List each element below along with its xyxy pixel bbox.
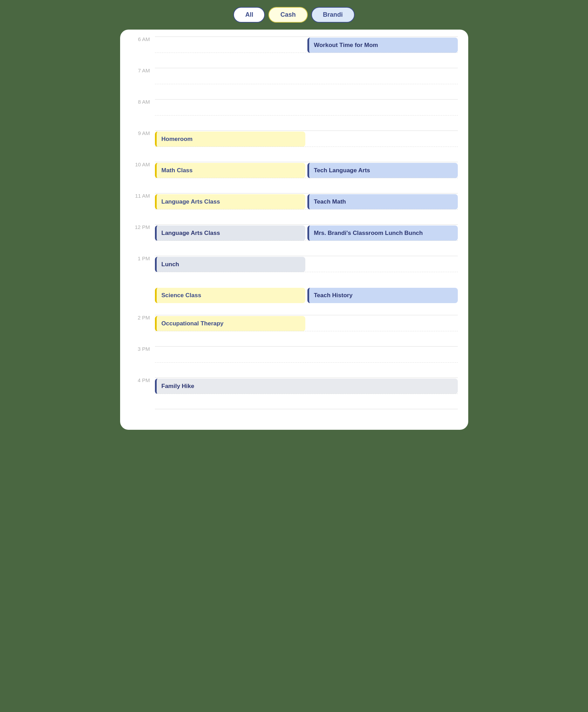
half-line bbox=[155, 147, 458, 147]
time-row-science: Science Class Teach History bbox=[131, 287, 458, 315]
time-row-12pm: 12 PM Language Arts Class Mrs. Brandi's … bbox=[131, 224, 458, 256]
time-label-9am: 9 AM bbox=[131, 130, 155, 136]
time-row-10am: 10 AM Math Class Tech Language Arts bbox=[131, 162, 458, 193]
time-row-9am: 9 AM Homeroom bbox=[131, 130, 458, 162]
event-science-class[interactable]: Science Class bbox=[155, 288, 305, 303]
time-content-8am bbox=[155, 99, 458, 100]
events-row-science: Science Class Teach History bbox=[155, 287, 458, 303]
filter-bar: All Cash Brandi bbox=[233, 7, 354, 23]
half-line bbox=[155, 209, 458, 209]
filter-brandi[interactable]: Brandi bbox=[311, 7, 355, 23]
col-right-12pm: Mrs. Brandi's Classroom Lunch Bunch bbox=[307, 226, 458, 241]
events-row-1pm: Lunch bbox=[155, 256, 458, 272]
half-line bbox=[155, 84, 458, 84]
time-content-1pm: Lunch bbox=[155, 256, 458, 272]
time-row-6am: 6 AM Workout Time for Mom bbox=[131, 37, 458, 68]
time-label-11am: 11 AM bbox=[131, 193, 155, 198]
filter-cash[interactable]: Cash bbox=[268, 7, 307, 23]
half-line bbox=[155, 53, 458, 53]
event-language-arts-class-11[interactable]: Language Arts Class bbox=[155, 194, 305, 209]
time-row-8am: 8 AM bbox=[131, 99, 458, 130]
time-label-8am: 8 AM bbox=[131, 99, 155, 104]
time-row-3pm: 3 PM bbox=[131, 346, 458, 378]
time-content-11am: Language Arts Class Teach Math bbox=[155, 193, 458, 209]
time-label-7am: 7 AM bbox=[131, 68, 155, 73]
time-label-10am: 10 AM bbox=[131, 162, 155, 167]
half-line bbox=[155, 240, 458, 241]
time-content-6am: Workout Time for Mom bbox=[155, 37, 458, 53]
time-row-4pm: 4 PM Family Hike bbox=[131, 378, 458, 409]
events-row-9am: Homeroom bbox=[155, 131, 458, 147]
half-line bbox=[155, 331, 458, 331]
col-right-11am: Teach Math bbox=[307, 194, 458, 209]
events-row-4pm: Family Hike bbox=[155, 378, 458, 394]
event-workout[interactable]: Workout Time for Mom bbox=[307, 38, 458, 53]
time-content-end bbox=[155, 409, 458, 409]
time-content-9am: Homeroom bbox=[155, 130, 458, 147]
time-content-4pm: Family Hike bbox=[155, 378, 458, 394]
time-row-2pm: 2 PM Occupational Therapy bbox=[131, 315, 458, 346]
col-left-11am: Language Arts Class bbox=[155, 194, 305, 209]
event-tech-language-arts[interactable]: Tech Language Arts bbox=[307, 163, 458, 178]
events-row-12pm: Language Arts Class Mrs. Brandi's Classr… bbox=[155, 225, 458, 241]
half-line bbox=[155, 115, 458, 116]
events-row-11am: Language Arts Class Teach Math bbox=[155, 193, 458, 209]
time-row-1pm: 1 PM Lunch bbox=[131, 256, 458, 287]
time-label-2pm: 2 PM bbox=[131, 315, 155, 320]
time-content-7am bbox=[155, 68, 458, 69]
col-right-6am: Workout Time for Mom bbox=[307, 38, 458, 53]
half-line bbox=[155, 272, 458, 272]
time-row-7am: 7 AM bbox=[131, 68, 458, 99]
col-left-9am: Homeroom bbox=[155, 132, 305, 147]
event-occupational-therapy[interactable]: Occupational Therapy bbox=[155, 316, 305, 331]
col-left-1pm: Lunch bbox=[155, 257, 305, 272]
col-left-2pm: Occupational Therapy bbox=[155, 316, 305, 331]
col-right-science: Teach History bbox=[307, 288, 458, 303]
events-row-7am bbox=[155, 68, 458, 69]
calendar-body: 6 AM Workout Time for Mom 7 AM bbox=[131, 37, 458, 423]
events-row-10am: Math Class Tech Language Arts bbox=[155, 162, 458, 178]
event-math-class[interactable]: Math Class bbox=[155, 163, 305, 178]
events-row-3pm bbox=[155, 347, 458, 347]
time-content-10am: Math Class Tech Language Arts bbox=[155, 162, 458, 178]
events-row-8am bbox=[155, 100, 458, 100]
col-right-1pm bbox=[307, 257, 458, 272]
event-language-arts-class-12[interactable]: Language Arts Class bbox=[155, 226, 305, 241]
events-row-2pm: Occupational Therapy bbox=[155, 315, 458, 331]
col-right-2pm bbox=[307, 316, 458, 331]
filter-all[interactable]: All bbox=[233, 7, 265, 23]
time-content-3pm bbox=[155, 346, 458, 347]
col-left-12pm: Language Arts Class bbox=[155, 226, 305, 241]
half-line bbox=[155, 394, 458, 394]
col-left-10am: Math Class bbox=[155, 163, 305, 178]
half-line bbox=[155, 362, 458, 363]
app-container: All Cash Brandi 6 AM Workout Time for Mo… bbox=[120, 7, 468, 430]
col-right-10am: Tech Language Arts bbox=[307, 163, 458, 178]
col-full-4pm: Family Hike bbox=[155, 379, 458, 394]
col-right-9am bbox=[307, 132, 458, 147]
time-row-end bbox=[131, 409, 458, 423]
event-lunch[interactable]: Lunch bbox=[155, 257, 305, 272]
event-lunch-bunch[interactable]: Mrs. Brandi's Classroom Lunch Bunch bbox=[307, 226, 458, 241]
col-left-science: Science Class bbox=[155, 288, 305, 303]
event-teach-math[interactable]: Teach Math bbox=[307, 194, 458, 209]
event-family-hike[interactable]: Family Hike bbox=[155, 379, 458, 394]
event-homeroom[interactable]: Homeroom bbox=[155, 132, 305, 147]
calendar-card: 6 AM Workout Time for Mom 7 AM bbox=[120, 30, 468, 430]
half-line bbox=[155, 178, 458, 178]
time-content-2pm: Occupational Therapy bbox=[155, 315, 458, 331]
time-row-11am: 11 AM Language Arts Class Teach Math bbox=[131, 193, 458, 224]
time-content-science: Science Class Teach History bbox=[155, 287, 458, 303]
time-content-12pm: Language Arts Class Mrs. Brandi's Classr… bbox=[155, 224, 458, 241]
time-label-12pm: 12 PM bbox=[131, 224, 155, 230]
event-teach-history[interactable]: Teach History bbox=[307, 288, 458, 303]
time-label-3pm: 3 PM bbox=[131, 346, 155, 351]
time-label-6am: 6 AM bbox=[131, 37, 155, 42]
col-left-6am bbox=[155, 38, 305, 53]
time-label-1pm: 1 PM bbox=[131, 256, 155, 261]
time-label-4pm: 4 PM bbox=[131, 378, 155, 383]
events-row-6am: Workout Time for Mom bbox=[155, 37, 458, 53]
